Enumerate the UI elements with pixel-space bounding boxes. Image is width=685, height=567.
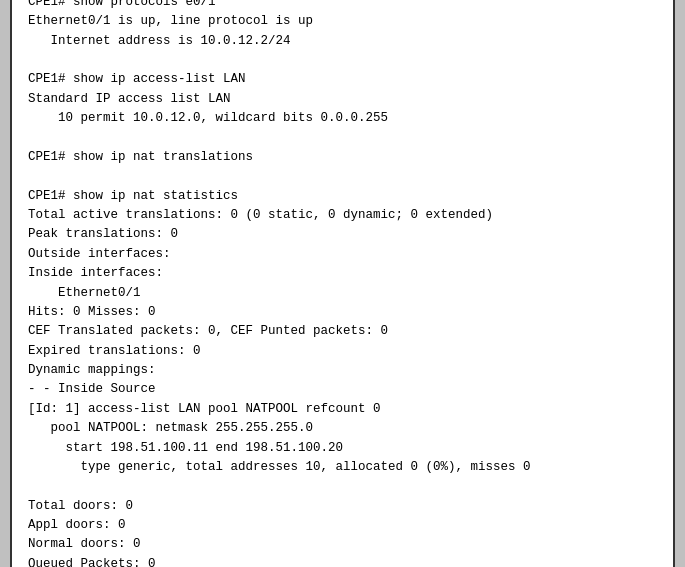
terminal-container: CPE1# show protocols e0/1 Ethernet0/1 is… <box>10 0 675 567</box>
terminal-output: CPE1# show protocols e0/1 Ethernet0/1 is… <box>28 0 657 567</box>
